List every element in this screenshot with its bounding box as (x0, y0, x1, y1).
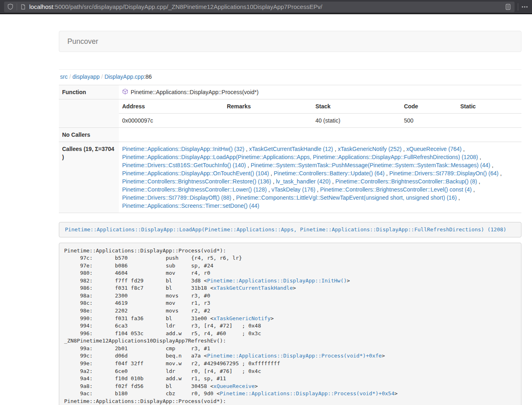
callees-label: Callees (19, Σ=3704 ) (59, 142, 119, 213)
callee-link[interactable]: xQueueReceive (764) (406, 146, 461, 152)
table-row: Address Remarks Stack Code Static 0x0000… (59, 99, 521, 128)
breadcrumb-line-number: :86 (144, 73, 152, 80)
asm-line: 9a4: f10d 010b add.w r1, sp, #11 (64, 375, 516, 383)
function-row-label: Function (59, 85, 119, 99)
url-host: localhost (29, 3, 53, 10)
breadcrumb-separator: / (69, 73, 71, 80)
asm-symbol-link[interactable]: xTaskGenericNotify (213, 315, 271, 321)
function-name-cell: Pinetime::Applications::DisplayApp::Proc… (122, 88, 258, 96)
url-path: :5000/path/src/displayapp/DisplayApp.cpp… (53, 3, 322, 10)
callee-link[interactable]: Pinetime::Drivers::Cst816S::GetTouchInfo… (122, 162, 246, 168)
callee-link[interactable]: Pinetime::Controllers::BrightnessControl… (320, 186, 472, 193)
browser-chrome: localhost:5000/path/src/displayapp/Displ… (0, 0, 532, 14)
divider (59, 69, 521, 70)
static-value (457, 114, 521, 128)
asm-line: Pinetime::Applications::DisplayApp::Proc… (64, 398, 516, 405)
asm-line: 97e: b086 sub sp, #24 (64, 262, 516, 270)
callee-link[interactable]: Pinetime::Controllers::BrightnessControl… (335, 178, 477, 185)
callee-link[interactable]: xTaskGetCurrentTaskHandle (12) (249, 146, 333, 152)
asm-line: 982: f7ff fd29 bl 3d8 <Pinetime::Applica… (64, 277, 516, 285)
column-header-remarks: Remarks (224, 99, 312, 114)
page-container: Puncover src/displayapp/DisplayApp.cpp:8… (59, 14, 521, 405)
breadcrumb-link-displayapp[interactable]: displayapp (73, 73, 100, 80)
asm-line: 9ac: b180 cbz r0, 9d0 <Pinetime::Applica… (64, 390, 516, 398)
asm-symbol-link[interactable]: Pinetime::Applications::DisplayApp::Init… (207, 278, 347, 284)
table-row: Function Pinetime::Applications::Display… (59, 85, 521, 99)
url-text[interactable]: localhost:5000/path/src/displayapp/Displ… (29, 3, 505, 10)
column-header-stack: Stack (312, 99, 401, 114)
asm-line: 98e: 2202 movs r2, #2 (64, 307, 516, 315)
callee-link[interactable]: Pinetime::Applications::DisplayApp::OnTo… (122, 170, 269, 177)
callee-link[interactable]: Pinetime::System::SystemTask::PushMessag… (251, 162, 491, 168)
asm-line: 99e: f04f 32ff mov.w r2, #4294967295 ; 0… (64, 360, 516, 368)
breadcrumb-separator: / (101, 73, 103, 80)
snippet-link[interactable]: Pinetime::Applications::DisplayApp::Load… (65, 226, 506, 233)
asm-line: 97c: b570 push {r4, r5, r6, lr} (64, 254, 516, 262)
callee-link[interactable]: Pinetime::Drivers::St7789::DisplayOff() … (122, 194, 231, 201)
callee-link[interactable]: xTaskGenericNotify (252) (338, 146, 401, 152)
callee-link[interactable]: Pinetime::Drivers::St7789::DisplayOn() (… (389, 170, 498, 177)
shield-icon[interactable] (7, 4, 13, 10)
breadcrumb: src/displayapp/DisplayApp.cpp:86 (60, 73, 521, 80)
navbar: Puncover (59, 31, 521, 52)
column-header-code: Code (401, 99, 457, 114)
function-name: Pinetime::Applications::DisplayApp::Proc… (131, 88, 258, 96)
no-callers-label: No Callers (59, 128, 119, 142)
asm-line: 990: f031 fa36 bl 31e00 <xTaskGenericNot… (64, 315, 516, 323)
column-header-address: Address (119, 99, 224, 114)
stack-value: 40 (static) (312, 114, 401, 128)
table-row: Callees (19, Σ=3704 ) Pinetime::Applicat… (59, 142, 521, 213)
table-row: No Callers (59, 128, 521, 142)
callee-link[interactable]: Pinetime::Controllers::Battery::Update()… (274, 170, 385, 177)
callee-link[interactable]: Pinetime::Controllers::BrightnessControl… (122, 178, 271, 185)
asm-symbol-link[interactable]: Pinetime::Applications::DisplayApp::Proc… (207, 353, 381, 359)
breadcrumb-link-src[interactable]: src (60, 73, 68, 80)
table-row: 0x0000097c 40 (static) 500 (119, 114, 521, 128)
function-stats-table: Address Remarks Stack Code Static 0x0000… (119, 99, 521, 127)
asm-line: 98a: 2300 movs r3, #0 (64, 292, 516, 300)
asm-line: _ZN8Pinetime12Applications10DisplayApp7R… (64, 337, 516, 345)
callee-link[interactable]: Pinetime::Applications::DisplayApp::Load… (122, 154, 478, 160)
asm-line: 980: 4604 mov r4, r0 (64, 269, 516, 277)
column-header-static: Static (457, 99, 521, 114)
asm-line: 986: f031 f8c7 bl 31b18 <xTaskGetCurrent… (64, 284, 516, 292)
asm-line: 9a8: f02f fd56 bl 30458 <xQueueReceive> (64, 383, 516, 390)
url-bar[interactable]: localhost:5000/path/src/displayapp/Displ… (4, 2, 515, 12)
table-header-row: Address Remarks Stack Code Static (119, 99, 521, 114)
code-value: 500 (401, 114, 457, 128)
reader-mode-icon[interactable] (505, 4, 511, 10)
callee-link[interactable]: Pinetime::Applications::DisplayApp::Init… (122, 146, 244, 152)
page-actions-menu-icon[interactable] (521, 6, 528, 8)
remarks-value (224, 114, 312, 128)
asm-symbol-link[interactable]: xQueueReceive (213, 383, 255, 389)
asm-symbol-link[interactable]: xTaskGetCurrentTaskHandle (213, 285, 293, 291)
callee-link[interactable]: lv_task_handler (420) (276, 178, 331, 185)
divider (518, 3, 518, 11)
callee-link[interactable]: Pinetime::Controllers::BrightnessControl… (122, 186, 267, 193)
callees-list: Pinetime::Applications::DisplayApp::Init… (119, 142, 521, 213)
callers-cell (119, 128, 521, 142)
asm-line: 9a2: 6ce0 ldr r0, [r4, #76] ; 0x4c (64, 368, 516, 375)
callee-link[interactable]: Pinetime::Applications::Screens::Timer::… (122, 202, 259, 209)
asm-line: Pinetime::Applications::DisplayApp::Proc… (64, 247, 516, 255)
asm-line: 994: 6ca3 ldr r3, [r4, #72] ; 0x48 (64, 322, 516, 330)
callee-link[interactable]: vTaskDelay (176) (271, 186, 315, 193)
asm-line: 99c: d06d beq.n a7a <Pinetime::Applicati… (64, 352, 516, 360)
asm-line: 98c: 4619 mov r1, r3 (64, 299, 516, 307)
breadcrumb-link-file[interactable]: DisplayApp.cpp (104, 73, 144, 80)
disassembly-block: Pinetime::Applications::DisplayApp::Proc… (59, 243, 521, 405)
page-icon[interactable] (20, 4, 26, 10)
divider (17, 3, 17, 11)
asm-line: 996: f104 053c add.w r5, r4, #60 ; 0x3c (64, 330, 516, 338)
asm-line: 99a: 2b01 cmp r3, #1 (64, 345, 516, 353)
address-value: 0x0000097c (119, 114, 224, 128)
method-cube-icon (122, 88, 128, 97)
function-info-table: Function Pinetime::Applications::Display… (59, 85, 521, 213)
asm-symbol-link[interactable]: Pinetime::Applications::DisplayApp::Proc… (220, 390, 394, 396)
callee-link[interactable]: Pinetime::Components::LittleVgl::SetNewT… (236, 194, 457, 201)
hover-snippet-box: Pinetime::Applications::DisplayApp::Load… (59, 222, 521, 237)
brand-link[interactable]: Puncover (67, 37, 98, 46)
